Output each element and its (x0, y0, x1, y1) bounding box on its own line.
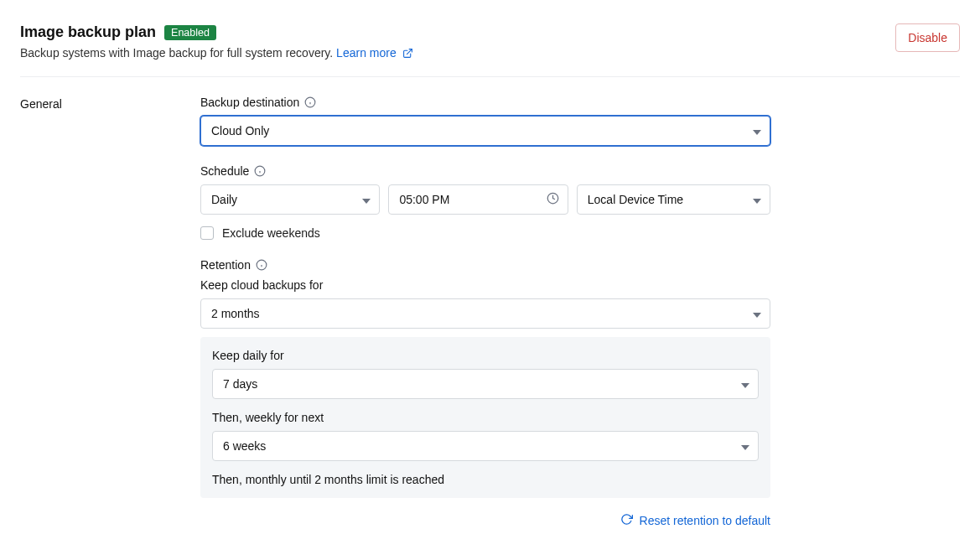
external-link-icon (402, 48, 413, 61)
reset-icon (620, 513, 633, 528)
timezone-value: Local Device Time (588, 193, 683, 206)
reset-row: Reset retention to default (200, 513, 770, 528)
general-section: General Backup destination Cloud Only Sc… (20, 96, 960, 528)
keep-cloud-label: Keep cloud backups for (200, 278, 770, 292)
schedule-field: Schedule Daily 05:00 PM (200, 164, 770, 240)
timezone-select[interactable]: Local Device Time (577, 184, 770, 215)
destination-label-row: Backup destination (200, 96, 770, 109)
destination-select[interactable]: Cloud Only (200, 116, 770, 146)
keep-daily-label: Keep daily for (212, 349, 759, 362)
learn-more-link[interactable]: Learn more (336, 46, 412, 60)
info-icon[interactable] (256, 259, 267, 271)
destination-value: Cloud Only (211, 124, 269, 137)
retention-field: Retention Keep cloud backups for 2 month… (200, 258, 770, 528)
page-header: Image backup plan Enabled Backup systems… (20, 23, 960, 61)
caret-down-icon (741, 377, 749, 391)
exclude-weekends-checkbox[interactable] (200, 226, 214, 240)
retention-label-row: Retention (200, 258, 770, 272)
caret-down-icon (753, 193, 761, 206)
page-title: Image backup plan (20, 23, 156, 41)
page-subtitle: Backup systems with Image backup for ful… (20, 46, 413, 61)
caret-down-icon (753, 124, 761, 137)
clock-icon (547, 192, 559, 207)
caret-down-icon (753, 307, 761, 320)
keep-daily-select[interactable]: 7 days (212, 369, 759, 399)
retention-label: Retention (200, 258, 251, 272)
monthly-note: Then, monthly until 2 months limit is re… (212, 473, 759, 486)
frequency-value: Daily (211, 193, 237, 206)
exclude-weekends-row: Exclude weekends (200, 226, 770, 240)
retention-panel: Keep daily for 7 days Then, weekly for n… (200, 337, 770, 498)
schedule-label-row: Schedule (200, 164, 770, 178)
divider (20, 76, 960, 77)
schedule-row: Daily 05:00 PM Local Device Time (200, 184, 770, 215)
status-badge: Enabled (164, 25, 216, 40)
schedule-label: Schedule (200, 164, 249, 178)
header-left: Image backup plan Enabled Backup systems… (20, 23, 413, 61)
caret-down-icon (362, 193, 371, 206)
weekly-select[interactable]: 6 weeks (212, 431, 759, 461)
keep-daily-value: 7 days (223, 377, 257, 391)
section-body: Backup destination Cloud Only Schedule (200, 96, 770, 528)
section-label-general: General (20, 96, 200, 111)
keep-cloud-select[interactable]: 2 months (200, 298, 770, 329)
destination-label: Backup destination (200, 96, 299, 109)
destination-field: Backup destination Cloud Only (200, 96, 770, 146)
keep-cloud-value: 2 months (211, 307, 260, 320)
info-icon[interactable] (254, 165, 266, 177)
title-row: Image backup plan Enabled (20, 23, 413, 41)
frequency-select[interactable]: Daily (200, 184, 380, 215)
reset-retention-link[interactable]: Reset retention to default (620, 513, 770, 528)
time-input[interactable]: 05:00 PM (388, 184, 568, 215)
weekly-value: 6 weeks (223, 439, 266, 453)
info-icon[interactable] (304, 96, 316, 108)
weekly-label: Then, weekly for next (212, 411, 759, 424)
time-value: 05:00 PM (399, 193, 449, 206)
svg-line-0 (407, 49, 412, 54)
caret-down-icon (741, 439, 749, 453)
subtitle-text: Backup systems with Image backup for ful… (20, 46, 333, 60)
disable-button[interactable]: Disable (895, 23, 960, 52)
exclude-weekends-label: Exclude weekends (222, 226, 320, 240)
learn-more-label: Learn more (336, 46, 397, 60)
reset-label: Reset retention to default (640, 514, 770, 527)
